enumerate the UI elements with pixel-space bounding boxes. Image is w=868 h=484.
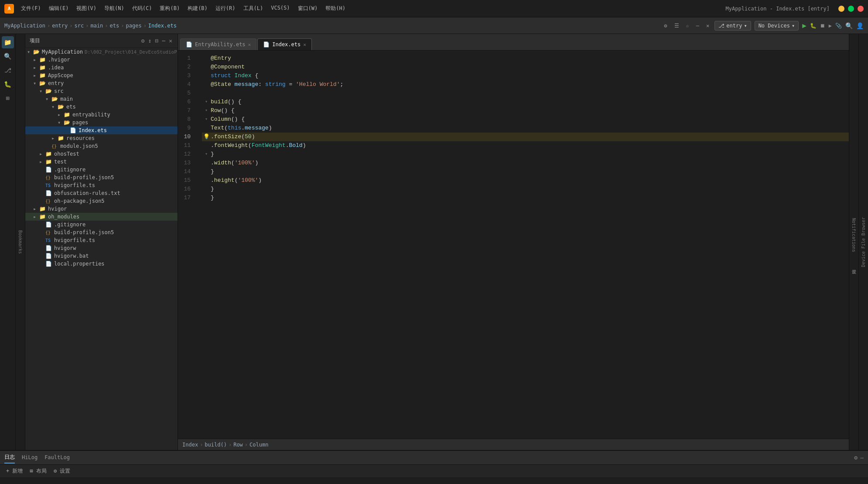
sidebar-icon-extensions[interactable]: ⊞: [2, 92, 14, 104]
fold-icon[interactable]: ▾: [205, 150, 208, 159]
tree-node-oh-package-json5[interactable]: {}oh-package.json5: [25, 197, 178, 205]
tree-node-obfuscation-rules-txt[interactable]: 📄obfuscation-rules.txt: [25, 189, 178, 197]
tab-close-button[interactable]: ✕: [248, 42, 251, 48]
sidebar-icon-git[interactable]: ⎇: [2, 64, 14, 76]
menu-item-帮助[interactable]: 帮助(H): [322, 3, 349, 14]
menu-item-视图[interactable]: 视图(V): [73, 3, 100, 14]
tree-node-ohosTest[interactable]: ▸📁ohosTest: [25, 150, 178, 158]
bottom-tab-FaultLog[interactable]: FaultLog: [44, 453, 70, 463]
bottom-toolbar-btn-[interactable]: + 新增: [4, 467, 24, 476]
tree-node-pages[interactable]: ▾📂pages: [25, 119, 178, 126]
tree-node-hvigor[interactable]: ▸📁hvigor: [25, 205, 178, 213]
tree-node-resources[interactable]: ▸📁resources: [25, 134, 178, 142]
tree-node-oh-modules[interactable]: ▸📁oh_modules: [25, 213, 178, 221]
close-button[interactable]: [858, 6, 864, 12]
tree-node-hvigorfile-ts[interactable]: TShvigorfile.ts: [25, 236, 178, 244]
tree-settings-icon[interactable]: ⚙: [140, 37, 146, 45]
bottom-settings-icon[interactable]: ⚙: [854, 454, 858, 461]
debug-button[interactable]: 🐛: [810, 23, 817, 29]
bottom-close-icon[interactable]: —: [860, 454, 864, 461]
lightbulb-icon[interactable]: 💡: [203, 133, 210, 141]
breadcrumb-item-2[interactable]: src: [75, 23, 84, 29]
breadcrumb-item-0[interactable]: MyApplication: [4, 23, 45, 29]
fold-icon[interactable]: ▾: [205, 106, 208, 115]
menu-item-编辑[interactable]: 编辑(E): [45, 3, 72, 14]
menu-item-文件[interactable]: 文件(F): [17, 3, 44, 14]
tree-sort-icon[interactable]: ↕: [147, 37, 153, 45]
tree-node-hvigorw[interactable]: 📄hvigorw: [25, 244, 178, 252]
tab-EntryAbility-ets[interactable]: 📄EntryAbility.ets✕: [180, 38, 256, 50]
more-icon[interactable]: —: [694, 22, 701, 30]
bottom-tab-日志[interactable]: 日志: [4, 452, 15, 464]
branch-selector[interactable]: ⎇ entry ▾: [714, 21, 751, 31]
device-selector[interactable]: No Devices ▾: [755, 21, 799, 31]
device-file-browser-label[interactable]: Device File Browser: [861, 217, 866, 267]
tree-node-ets[interactable]: ▾📂ets: [25, 103, 178, 111]
tree-node-build-profile-json5[interactable]: {}build-profile.json5: [25, 228, 178, 236]
tree-node-hvigorfile-ts[interactable]: TShvigorfile.ts: [25, 181, 178, 189]
attach-button[interactable]: 📎: [835, 23, 842, 29]
menu-item-代码[interactable]: 代码(C): [129, 3, 156, 14]
sidebar-icon-search[interactable]: 🔍: [2, 50, 14, 62]
breadcrumb-item-4[interactable]: ets: [110, 23, 120, 29]
tree-node-entryability[interactable]: ▸📁entryability: [25, 111, 178, 119]
fold-icon[interactable]: ▾: [205, 98, 208, 106]
settings-label[interactable]: 设置: [850, 263, 858, 269]
settings-icon[interactable]: ⚙: [662, 22, 669, 30]
tree-node--hvigor[interactable]: ▸📁.hvigor: [25, 56, 178, 64]
stop-button[interactable]: ⏹: [820, 23, 825, 29]
search-button[interactable]: 🔍: [845, 22, 853, 29]
tree-node-entry[interactable]: ▾📂entry: [25, 79, 178, 87]
tree-node--idea[interactable]: ▸📁.idea: [25, 64, 178, 72]
breadcrumb-item-3[interactable]: main: [90, 23, 103, 29]
user-button[interactable]: 👤: [856, 22, 864, 29]
tree-node--gitignore[interactable]: 📄.gitignore: [25, 166, 178, 174]
notifications-label[interactable]: Notifications: [851, 215, 857, 255]
tree-node-local-properties[interactable]: 📄local.properties: [25, 260, 178, 268]
close-panel-icon[interactable]: ✕: [704, 22, 711, 30]
bottom-toolbar-btn-[interactable]: ⚙ 设置: [52, 467, 72, 476]
run-button[interactable]: ▶: [802, 21, 806, 30]
menu-item-构建[interactable]: 构建(B): [184, 3, 211, 14]
bottom-toolbar-btn-[interactable]: ⊞ 布局: [28, 467, 48, 476]
tree-node-hvigorw-bat[interactable]: 📄hvigorw.bat: [25, 252, 178, 260]
menu-item-重构[interactable]: 重构(B): [156, 3, 183, 14]
fold-icon[interactable]: ▾: [205, 115, 208, 124]
tree-node-AppScope[interactable]: ▸📁AppScope: [25, 72, 178, 79]
minimize-button[interactable]: [838, 6, 844, 12]
tree-node-test[interactable]: ▸📁test: [25, 158, 178, 166]
breadcrumb-item-1[interactable]: entry: [52, 23, 68, 29]
sidebar-icon-explorer[interactable]: 📁: [2, 36, 14, 48]
coverage-button[interactable]: ▶: [829, 23, 832, 29]
tree-node-main[interactable]: ▾📂main: [25, 95, 178, 103]
maximize-button[interactable]: [848, 6, 854, 12]
tree-node-module-json5[interactable]: {}module.json5: [25, 142, 178, 150]
sidebar-icon-debug[interactable]: 🐛: [2, 78, 14, 90]
structure-icon[interactable]: ☰: [673, 22, 681, 30]
tree-node-MyApplication[interactable]: ▾📂MyApplicationD:\002_Project\014_DevEco…: [25, 48, 178, 56]
tree-node-src[interactable]: ▾📂src: [25, 87, 178, 95]
menu-item-窗口[interactable]: 窗口(W): [294, 3, 321, 14]
menu-item-导航[interactable]: 导航(N): [101, 3, 128, 14]
menu-item-工具[interactable]: 工具(L): [240, 3, 267, 14]
breadcrumb-item-5[interactable]: pages: [126, 23, 142, 29]
tab-close-button[interactable]: ✕: [303, 42, 306, 48]
tree-node--gitignore[interactable]: 📄.gitignore: [25, 221, 178, 228]
bottom-tab-HiLog[interactable]: HiLog: [22, 453, 38, 463]
breadcrumb-item-6[interactable]: Index.ets: [148, 23, 177, 29]
tree-more-icon[interactable]: ⋯: [161, 37, 166, 45]
editor-breadcrumb-item-3[interactable]: Column: [249, 442, 268, 448]
tree-node-build-profile-json5[interactable]: {}build-profile.json5: [25, 174, 178, 181]
tab-Index-ets[interactable]: 📄Index.ets✕: [257, 38, 312, 50]
tree-close-icon[interactable]: ✕: [168, 37, 173, 45]
editor-breadcrumb-item-2[interactable]: Row: [233, 442, 243, 448]
editor-breadcrumb-item-1[interactable]: build(): [205, 442, 227, 448]
menu-item-运行[interactable]: 运行(R): [212, 3, 239, 14]
tree-collapse-icon[interactable]: ⊟: [154, 37, 160, 45]
code-lines[interactable]: @Entry@Componentstruct Index { @State me…: [198, 51, 849, 439]
bookmarks-label[interactable]: Bookmarks: [18, 230, 23, 254]
tree-node-Index-ets[interactable]: 📄Index.ets: [25, 126, 178, 134]
editor-breadcrumb-item-0[interactable]: Index: [182, 442, 198, 448]
bookmarks-icon[interactable]: ☆: [684, 22, 691, 30]
menu-item-VCS[interactable]: VCS(S): [267, 3, 293, 14]
